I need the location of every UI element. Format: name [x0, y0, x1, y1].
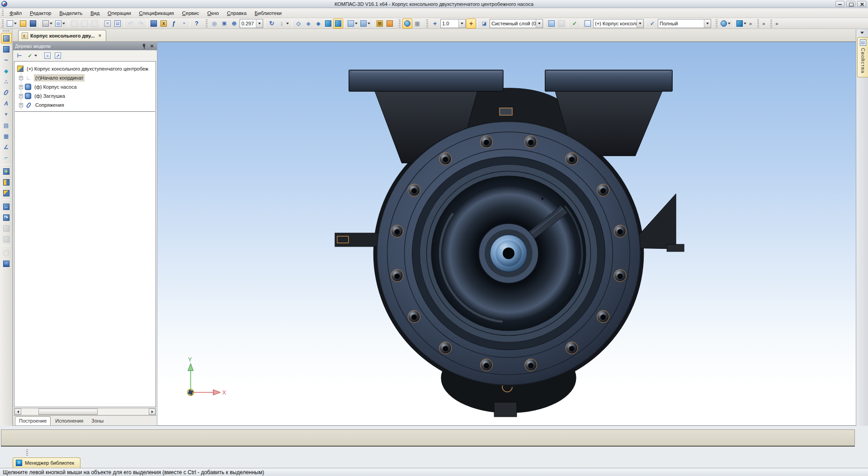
scrollbar-thumb[interactable] — [38, 409, 98, 415]
step-combo-dropdown-icon[interactable] — [458, 19, 465, 28]
orientation-xyz-button[interactable]: ◇ — [293, 19, 303, 29]
clearance-check-button[interactable] — [1, 234, 12, 244]
orientation-front-button[interactable]: ◈ — [303, 19, 313, 29]
appearance-dropdown-icon[interactable] — [728, 23, 731, 24]
scale-combo-dropdown-icon[interactable] — [256, 19, 263, 28]
tree-horizontal-scrollbar[interactable] — [14, 408, 156, 415]
menu-9[interactable]: Справка — [223, 9, 250, 17]
additional-tree-window-button[interactable]: ↗ — [53, 51, 63, 61]
detail-combo[interactable]: Полный — [658, 19, 711, 28]
section-view-button[interactable] — [1, 177, 12, 187]
maximize-button[interactable] — [846, 1, 855, 7]
component-state-button[interactable]: ◯ — [1, 248, 12, 258]
undo-button[interactable]: ↶ — [126, 19, 136, 29]
hide-structures-button[interactable]: ▦ — [412, 19, 422, 29]
context-wireframe-alt-button[interactable] — [557, 19, 566, 29]
component-combo[interactable]: (+) Корпус консолы — [593, 19, 644, 28]
toolbar-overflow-icon[interactable]: » — [774, 21, 779, 26]
tree-tab-2[interactable]: Исполнения — [52, 417, 87, 425]
tree-item-origin-1[interactable]: +∟(т)Начало координат — [14, 73, 156, 82]
menu-10[interactable]: Библиотеки — [250, 9, 286, 17]
menu-8[interactable]: Окно — [203, 9, 223, 17]
print-preview-dropdown-icon[interactable] — [62, 23, 65, 24]
move-component-button[interactable]: ↔ — [1, 201, 12, 212]
refresh-view-button[interactable]: ↻ — [267, 19, 277, 29]
tree-item-root[interactable]: (+) Корпус консольного двухступенчатого … — [14, 64, 156, 73]
minimize-button[interactable] — [835, 1, 844, 7]
document-tab[interactable]: ◧ Корпус консольного дву... — [18, 30, 106, 41]
display-shaded-button[interactable] — [323, 19, 333, 29]
surfaces-button[interactable]: ◆ — [1, 66, 12, 76]
auxiliary-geometry-button[interactable]: A — [1, 98, 12, 109]
properties-tab[interactable]: ▤ Свойства — [857, 37, 868, 77]
detail-combo-dropdown-icon[interactable] — [704, 19, 711, 28]
3d-viewport[interactable]: Y X — [157, 42, 856, 426]
filters-button[interactable]: ▼ — [1, 109, 12, 119]
snap-settings-button[interactable]: + — [466, 19, 476, 29]
tree-panel-close-icon[interactable] — [149, 43, 155, 49]
layer-combo[interactable]: Системный слой (0) — [490, 19, 543, 28]
snap-mode-button[interactable]: + — [430, 19, 440, 29]
fix-component-button[interactable]: ∩ — [1, 258, 12, 269]
sketch-display-dropdown-icon[interactable] — [368, 23, 370, 24]
drawing-grid-button[interactable]: ▦ — [375, 19, 385, 29]
layers-button[interactable]: ◪ — [479, 19, 489, 29]
toolbar-overflow-icon[interactable]: » — [748, 21, 753, 26]
tree-item-part-3[interactable]: +(ф) Заглушка — [14, 91, 156, 100]
scroll-left-icon[interactable] — [14, 409, 21, 415]
save-document-button[interactable] — [28, 19, 38, 29]
recalculate-button[interactable]: ◔ — [179, 19, 189, 29]
menu-5[interactable]: Операции — [104, 9, 135, 17]
detail-level-check-button[interactable]: ✓ — [647, 19, 657, 29]
current-component-button[interactable] — [583, 19, 593, 29]
expressions-button[interactable]: ƒ — [169, 19, 179, 29]
expand-icon[interactable]: + — [19, 76, 23, 80]
pin-icon[interactable] — [141, 43, 147, 49]
menu-3[interactable]: Выделить — [55, 9, 86, 17]
open-document-button[interactable] — [18, 19, 28, 29]
tree-composition-dropdown-icon[interactable] — [34, 55, 37, 57]
expand-icon[interactable]: + — [19, 85, 23, 89]
copy-properties-button[interactable]: ≡ — [103, 19, 113, 29]
sheet-metal-button[interactable]: ⌐ — [1, 152, 12, 163]
layer-combo-dropdown-icon[interactable] — [536, 19, 542, 28]
scroll-right-icon[interactable] — [149, 409, 156, 415]
appearance-button[interactable] — [719, 19, 732, 29]
zoom-window-button[interactable]: ▣ — [219, 19, 229, 29]
component-combo-dropdown-icon[interactable] — [637, 19, 643, 28]
print-preview-button[interactable]: ◎ — [54, 19, 66, 29]
pan-view-button[interactable]: ↕ — [277, 19, 290, 29]
material-dropdown-icon[interactable] — [744, 23, 746, 24]
menu-7[interactable]: Сервис — [178, 9, 203, 17]
menu-2[interactable]: Редактор — [26, 9, 55, 17]
sketch-display-button[interactable] — [359, 19, 372, 29]
orientation-iso-button[interactable]: ◆ — [313, 19, 323, 29]
tree-tab-3[interactable]: Зоны — [88, 417, 107, 425]
expand-icon[interactable]: + — [19, 103, 23, 107]
menu-4[interactable]: Вид — [86, 9, 104, 17]
print-dropdown-icon[interactable] — [50, 23, 52, 24]
display-shaded-edges-button[interactable] — [333, 19, 343, 29]
close-button[interactable] — [857, 1, 866, 7]
edit-model-mode-button[interactable] — [1, 33, 12, 43]
zoom-to-fit-button[interactable]: ◎ — [209, 19, 219, 29]
points-array-button[interactable]: ∴ — [1, 76, 12, 87]
collision-check-button[interactable] — [1, 223, 12, 233]
add-feature-button[interactable]: + — [1, 166, 12, 176]
measurements-button[interactable]: ∠ — [1, 142, 12, 152]
orientation-gallery-button[interactable] — [385, 19, 395, 29]
new-document-dropdown-icon[interactable] — [14, 23, 17, 24]
print-button[interactable] — [41, 19, 54, 29]
copy-button[interactable] — [80, 19, 90, 29]
context-wireframe-button[interactable] — [547, 19, 557, 29]
relations-panel-button[interactable]: ≡ — [42, 51, 52, 61]
step-combo[interactable]: 1.0 — [440, 19, 466, 28]
tree-item-clip-4[interactable]: +Сопряжения — [14, 100, 156, 109]
menu-6[interactable]: Спецификация — [135, 9, 178, 17]
simplified-display-button[interactable] — [346, 19, 359, 29]
variables-button[interactable]: x — [159, 19, 169, 29]
spatial-curves-button[interactable]: ~ — [1, 55, 12, 65]
context-help-button[interactable]: ? — [192, 19, 202, 29]
zoom-in-button[interactable]: ⊕ — [229, 19, 239, 29]
mates-button[interactable] — [1, 87, 12, 98]
